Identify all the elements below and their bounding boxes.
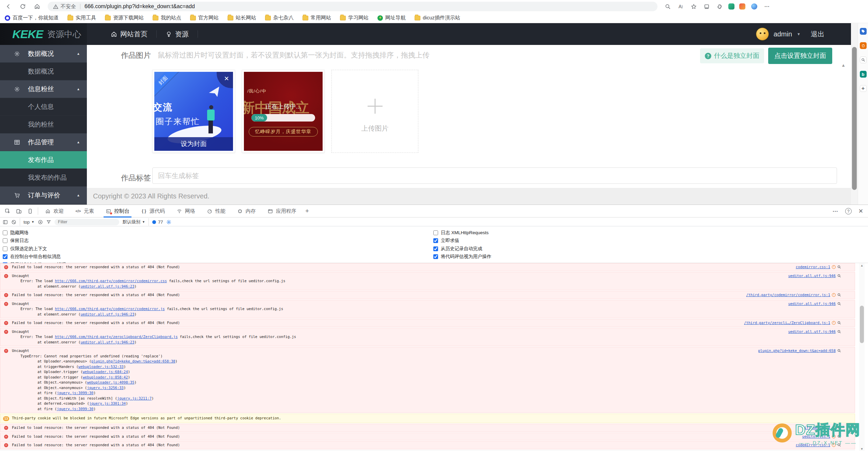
set-independent-cover-button[interactable]: 点击设置独立封面 [768,48,832,64]
favorite-star-icon[interactable] [689,2,698,11]
source-link[interactable]: ueditor.all.utf.js:946:23 [80,340,134,344]
source-link[interactable]: webuploader.js:4098:35 [87,380,134,384]
user-avatar[interactable] [756,28,769,41]
tab-内存[interactable]: 内存 [232,205,261,218]
source-link[interactable]: jquery.js:3099:30 [57,407,93,411]
source-file-link[interactable]: ueditor.all.utf.js:946 [788,301,836,307]
devtools-close-icon[interactable]: ✕ [858,208,863,215]
tag-input[interactable] [152,167,837,184]
sidebar-shopping-icon[interactable] [860,42,867,49]
devtools-help-icon[interactable]: ? [845,208,852,214]
bookmark-item[interactable]: 资源下载网站 [105,15,144,21]
sidebar-item-发布作品[interactable]: 发布作品 [0,151,87,169]
source-link[interactable]: jquery.js:3099:30 [57,391,93,395]
page-scrollbar-thumb[interactable] [852,47,857,190]
source-file-link[interactable]: ueditor.all.utf.js:946 [788,273,836,279]
username[interactable]: admin [774,30,792,38]
source-link[interactable]: jquery.js:3256:33 [87,386,123,390]
collections-icon[interactable] [702,2,711,11]
context-selector[interactable]: top ▼ [24,220,34,225]
home-icon[interactable] [31,1,43,12]
more-tabs-icon[interactable]: + [305,207,309,215]
upload-image-button[interactable]: 上传图片 [331,70,418,153]
tab-欢迎[interactable]: 欢迎 [40,205,68,218]
bookmark-item[interactable]: 实用工具 [67,15,96,21]
clear-console-icon[interactable] [11,220,16,225]
source-file-link[interactable]: plugin.php?id=keke_down:t&ac=add:658 [758,348,836,354]
security-warning[interactable]: 不安全 [53,3,76,10]
setting-checkbox[interactable] [433,238,438,243]
sidebar-section-信息粉丝[interactable]: 信息粉丝▲ [0,80,87,98]
source-file-link[interactable]: codemirror.css:1 [796,264,830,270]
tab-应用程序[interactable]: 应用程序 [263,205,301,218]
sidebar-search-icon[interactable] [860,57,867,63]
source-link[interactable]: webuploader.js:684:24 [83,370,128,374]
content-scroll-up-icon[interactable]: ▲ [841,63,846,68]
magnifier-icon[interactable] [837,265,841,269]
extensions-puzzle-icon[interactable] [715,2,724,11]
tab-源代码[interactable]: { }源代码 [136,205,170,218]
sidebar-section-数据概况[interactable]: 数据概况▲ [0,45,87,63]
magnifier-icon[interactable] [837,330,841,334]
sidebar-item-我的粉丝[interactable]: 我的粉丝 [0,116,87,133]
scroll-down-icon[interactable]: ▼ [859,447,865,451]
source-link[interactable]: http://666.com/third-party/zeroclipboard… [55,335,177,339]
phone-icon[interactable] [27,208,33,214]
browser-menu-icon[interactable]: ⋯ [763,2,771,11]
tab-网络[interactable]: 网络 [172,205,200,218]
chevron-down-icon[interactable]: ▼ [797,32,801,36]
browser-profile-avatar[interactable] [750,2,758,11]
bookmark-item[interactable]: 站长网站 [228,15,256,21]
image-card-cover[interactable]: 交流 圈子来帮忙 封面 ✕ 设为封面 [152,70,235,153]
bookmark-item[interactable]: 网址导航 [377,15,406,21]
console-sidebar-icon[interactable] [3,220,8,225]
tab-控制台[interactable]: 控制台 [101,205,134,218]
source-link[interactable]: webuploader.js:532:33 [78,365,124,369]
live-expression-icon[interactable] [38,220,43,225]
scroll-up-icon[interactable]: ▲ [859,264,865,267]
issues-counter[interactable]: 77 [152,220,163,225]
setting-checkbox[interactable] [433,230,438,235]
tab-性能[interactable]: 性能 [202,205,230,218]
setting-checkbox[interactable] [3,254,7,259]
inspect-element-icon[interactable] [5,208,11,214]
source-file-link[interactable]: ueditor.all.utf.js:946 [788,329,836,335]
console-settings-gear-icon[interactable] [166,220,171,225]
zoom-search-icon[interactable] [664,2,672,11]
source-file-link[interactable]: /third-party/zerocli…/ZeroClipboard.js:1 [744,320,830,326]
set-as-cover-button[interactable]: 设为封面 [154,137,233,151]
source-link[interactable]: webuploader.js:858:42 [83,375,128,379]
sidebar-tag-icon[interactable] [860,28,867,35]
sidebar-bing-icon[interactable]: b [860,71,867,78]
bookmark-item[interactable]: 我的站点 [153,15,181,21]
tab-元素[interactable]: </>元素 [71,205,99,218]
source-link[interactable]: http://666.com/third-party/codemirror/co… [55,307,165,311]
source-link[interactable]: jquery.js:3301:34 [89,401,126,405]
source-link[interactable]: plugin.php?id=keke_down:t&ac=add:658:38 [91,359,175,363]
back-icon[interactable] [3,1,14,12]
page-scrollbar[interactable] [851,23,858,205]
magnifier-icon[interactable] [837,302,841,306]
sidebar-section-作品管理[interactable]: 作品管理▲ [0,133,87,151]
site-logo[interactable]: KEKE 资源中心 [0,23,87,45]
sidebar-item-我发布的作品[interactable]: 我发布的作品 [0,169,87,187]
extension-icon-orange[interactable] [739,3,745,10]
bookmark-item[interactable]: dicuz插件演示站 [415,15,460,21]
setting-checkbox[interactable] [3,230,7,235]
magnifier-icon[interactable] [837,274,841,278]
sidebar-add-icon[interactable]: + [860,85,867,92]
logout-button[interactable]: 退出 [811,30,824,39]
extension-icon-green[interactable] [728,3,734,10]
source-link[interactable]: jquery.js:3211:7 [117,396,152,400]
log-level-selector[interactable]: 默认级别 ▼ [123,219,145,225]
magnifier-icon[interactable] [837,293,841,297]
address-bar[interactable]: 不安全 666.com/plugin.php?id=keke_down:t&ac… [48,2,657,11]
read-aloud-icon[interactable]: A) [677,2,685,11]
devtools-more-icon[interactable]: ⋯ [833,208,838,214]
what-is-cover-link[interactable]: ? 什么是独立封面 [700,48,764,63]
console-scrollbar-thumb[interactable] [860,306,864,343]
magnifier-icon[interactable] [837,321,841,325]
console-filter-input[interactable] [55,219,119,225]
console-prompt[interactable]: > [0,450,855,451]
nav-item-resource[interactable]: 资源 [157,30,198,39]
